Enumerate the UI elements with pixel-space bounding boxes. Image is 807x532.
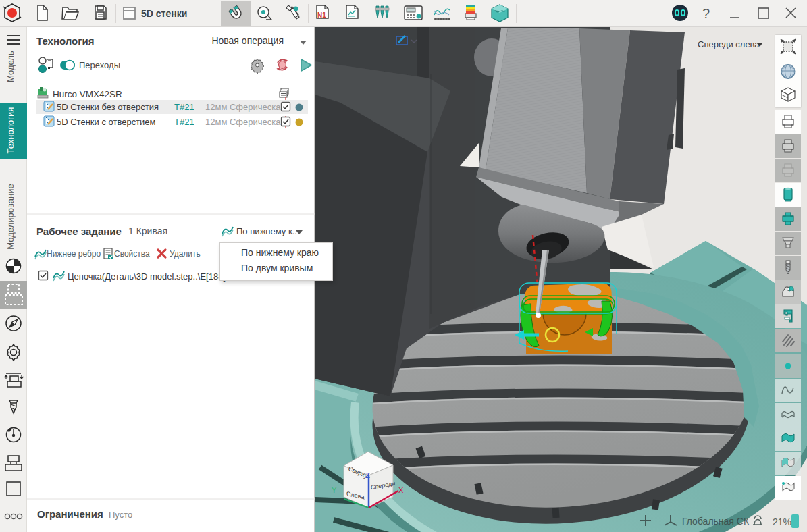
svg-text:Переходы: Переходы <box>79 60 120 70</box>
svg-text:Удалить: Удалить <box>170 249 201 259</box>
svg-text:Пусто: Пусто <box>109 510 132 520</box>
svg-text:Y: Y <box>332 486 337 494</box>
svg-text:По нижнему к..: По нижнему к.. <box>236 226 297 236</box>
svg-text:5D Стенки без отверстия: 5D Стенки без отверстия <box>57 102 159 112</box>
svg-text:5D стенки: 5D стенки <box>141 8 187 19</box>
svg-text:Новая операция: Новая операция <box>211 35 284 46</box>
svg-text:T#21: T#21 <box>174 102 194 112</box>
svg-text:Модель: Модель <box>5 51 16 82</box>
svg-text:N1: N1 <box>317 11 326 19</box>
svg-text:Технология: Технология <box>5 107 16 154</box>
svg-text:1 Кривая: 1 Кривая <box>128 225 167 236</box>
svg-text:Свойства: Свойства <box>114 249 150 259</box>
svg-text:5D Стенки с отверстием: 5D Стенки с отверстием <box>57 117 156 127</box>
svg-text:Hurco VMX42SR: Hurco VMX42SR <box>53 89 122 99</box>
svg-text:?: ? <box>702 6 710 21</box>
svg-text:Моделирование: Моделирование <box>5 184 16 249</box>
svg-text:12мм Сферическа: 12мм Сферическа <box>205 117 281 127</box>
svg-text:Нижнее ребро: Нижнее ребро <box>47 249 101 259</box>
svg-text:12мм Сферическа: 12мм Сферическа <box>205 102 281 112</box>
svg-text:Спереди слева: Спереди слева <box>698 39 760 49</box>
svg-text:X: X <box>398 486 404 494</box>
svg-text:Глобальная СК: Глобальная СК <box>682 516 750 527</box>
svg-text:Ограничения: Ограничения <box>37 508 103 520</box>
svg-text:T#21: T#21 <box>174 117 194 127</box>
svg-text:Цепочка(Деталь\3D model.step..: Цепочка(Деталь\3D model.step..\E[188] L <box>68 271 233 282</box>
svg-text:Технология: Технология <box>36 35 94 47</box>
svg-text:Рабочее задание: Рабочее задание <box>36 225 122 237</box>
svg-text:Z: Z <box>365 471 370 479</box>
